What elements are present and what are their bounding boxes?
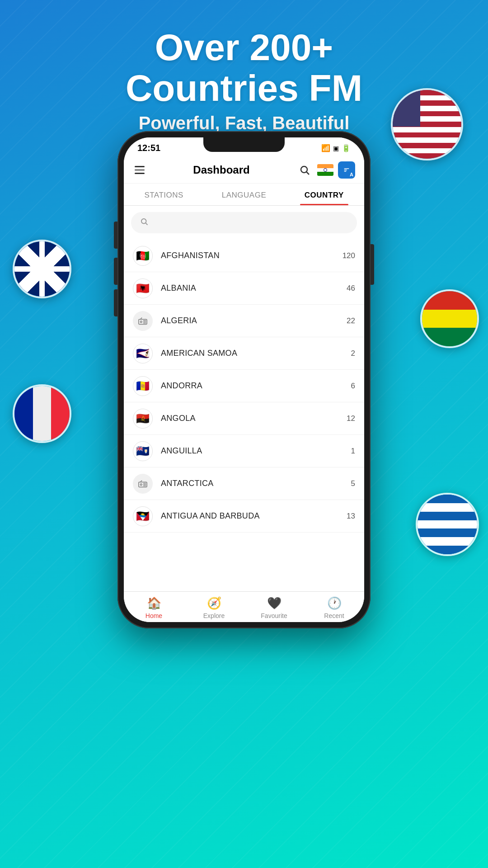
flag-usa-circle — [391, 88, 463, 160]
wifi-icon: 📶 — [321, 144, 330, 152]
country-flag: 🇦🇮 — [133, 441, 153, 461]
explore-label: Explore — [203, 612, 225, 619]
header-section: Over 200+ Countries FM Powerful, Fast, B… — [126, 0, 362, 147]
svg-point-2 — [141, 219, 146, 224]
country-list-item[interactable]: 🇦🇫AFGHANISTAN120 — [124, 240, 364, 272]
country-list-item[interactable]: 🇦🇸AMERICAN SAMOA2 — [124, 337, 364, 370]
home-icon: 🏠 — [147, 596, 161, 610]
search-input[interactable] — [153, 218, 348, 227]
country-name: AFGHANISTAN — [161, 251, 343, 260]
favourite-label: Favourite — [261, 612, 287, 619]
nav-explore[interactable]: 🧭 Explore — [184, 596, 244, 619]
country-name: ANGOLA — [161, 414, 347, 423]
tab-language[interactable]: LANGUAGE — [204, 184, 284, 205]
explore-icon: 🧭 — [207, 596, 221, 610]
flag-bolivia-circle — [420, 289, 479, 348]
nav-home[interactable]: 🏠 Home — [124, 596, 184, 619]
country-station-count: 120 — [343, 251, 355, 260]
country-flag: 🇦🇴 — [133, 409, 153, 429]
radio-station-icon — [133, 474, 153, 494]
page-wrapper: Over 200+ Countries FM Powerful, Fast, B… — [0, 0, 488, 868]
tab-country[interactable]: COUNTRY — [284, 184, 364, 205]
headline-line1: Over 200+ — [155, 27, 333, 68]
country-station-count: 2 — [351, 349, 355, 358]
country-name: ANGUILLA — [161, 446, 351, 456]
country-name: ALBANIA — [161, 283, 347, 293]
india-flag-button[interactable] — [317, 162, 333, 178]
country-name: ANTARCTICA — [161, 479, 351, 488]
country-list-item[interactable]: 🇦🇬ANTIGUA AND BARBUDA13 — [124, 500, 364, 533]
country-flag: 🇦🇬 — [133, 506, 153, 526]
flag-uk-circle — [13, 240, 71, 298]
country-flag: 🇦🇩 — [133, 376, 153, 396]
country-station-count: 12 — [347, 414, 355, 423]
recent-icon: 🕐 — [327, 596, 342, 610]
flag-greece-circle — [416, 493, 479, 556]
country-name: AMERICAN SAMOA — [161, 349, 351, 358]
country-name: ANDORRA — [161, 381, 351, 391]
country-station-count: 1 — [351, 447, 355, 456]
country-list-item[interactable]: ALGERIA22 — [124, 305, 364, 337]
inner-screen: 12:51 📶 ▣ 🔋 Dashboard — [124, 137, 364, 622]
country-station-count: 46 — [347, 284, 355, 293]
status-icons: 📶 ▣ 🔋 — [321, 144, 351, 152]
tabs-bar: STATIONS LANGUAGE COUNTRY — [124, 184, 364, 206]
nav-recent[interactable]: 🕐 Recent — [304, 596, 364, 619]
dashboard-title: Dashboard — [151, 164, 292, 176]
search-bar[interactable] — [131, 212, 357, 233]
svg-line-1 — [307, 172, 310, 175]
country-station-count: 13 — [347, 512, 355, 521]
country-list-item[interactable]: 🇦🇮ANGUILLA1 — [124, 435, 364, 467]
phone-inner: 12:51 📶 ▣ 🔋 Dashboard — [124, 137, 364, 622]
svg-point-11 — [141, 484, 142, 486]
recent-label: Recent — [324, 612, 344, 619]
phone-outer: 12:51 📶 ▣ 🔋 Dashboard — [117, 131, 371, 628]
bottom-nav: 🏠 Home 🧭 Explore 🖤 Favourite 🕐 — [124, 591, 364, 622]
country-flag: 🇦🇱 — [133, 278, 153, 298]
flag-france-circle — [13, 384, 71, 443]
tab-stations[interactable]: STATIONS — [124, 184, 204, 205]
country-list-item[interactable]: 🇦🇴ANGOLA12 — [124, 402, 364, 435]
country-list: 🇦🇫AFGHANISTAN120🇦🇱ALBANIA46 ALGERIA22🇦🇸A… — [124, 240, 364, 591]
svg-line-3 — [145, 223, 147, 225]
country-flag: 🇦🇸 — [133, 344, 153, 363]
signal-icon: ▣ — [333, 145, 339, 152]
svg-point-0 — [301, 166, 307, 173]
country-station-count: 5 — [351, 479, 355, 488]
country-flag: 🇦🇫 — [133, 246, 153, 266]
main-title: Over 200+ Countries FM — [126, 27, 362, 108]
country-list-item[interactable]: 🇦🇱ALBANIA46 — [124, 272, 364, 305]
phone-notch — [203, 137, 285, 152]
country-list-item[interactable]: 🇦🇩ANDORRA6 — [124, 370, 364, 402]
battery-icon: 🔋 — [342, 144, 351, 152]
search-icon — [140, 217, 148, 228]
nav-favourite[interactable]: 🖤 Favourite — [244, 596, 304, 619]
country-station-count: 22 — [347, 316, 355, 326]
status-time: 12:51 — [137, 143, 160, 153]
country-station-count: 6 — [351, 382, 355, 391]
top-bar: Dashboard — [124, 157, 364, 184]
home-label: Home — [145, 612, 162, 619]
svg-point-5 — [141, 321, 142, 323]
radio-station-icon — [133, 311, 153, 331]
app-subtitle: Powerful, Fast, Beautiful — [126, 113, 362, 133]
menu-button[interactable] — [133, 164, 146, 176]
translate-button[interactable] — [338, 161, 355, 179]
country-list-item[interactable]: ANTARCTICA5 — [124, 467, 364, 500]
country-name: ANTIGUA AND BARBUDA — [161, 511, 347, 521]
favourite-icon: 🖤 — [267, 596, 282, 610]
phone-mockup: 12:51 📶 ▣ 🔋 Dashboard — [117, 131, 371, 628]
search-button[interactable] — [296, 162, 313, 178]
country-name: ALGERIA — [161, 316, 347, 326]
headline-line2: Countries FM — [126, 67, 362, 108]
